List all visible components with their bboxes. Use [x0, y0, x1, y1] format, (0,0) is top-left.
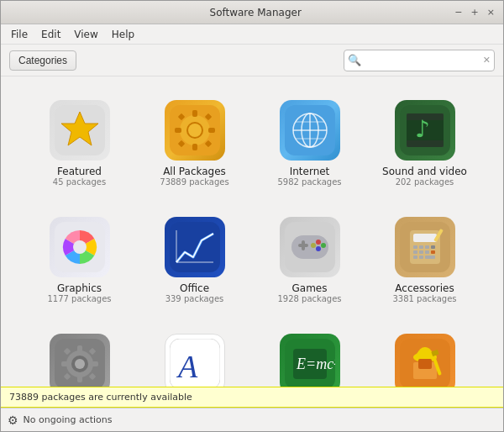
toolbar: Categories 🔍 ✕ [1, 45, 503, 76]
category-programming[interactable]: Programming 3912 packages [371, 327, 478, 387]
window-title: Software Manager [58, 7, 453, 18]
internet-icon [280, 100, 340, 161]
search-input[interactable] [364, 55, 483, 66]
status-gear-icon: ⚙ [8, 414, 18, 427]
office-icon [165, 217, 225, 277]
menu-view[interactable]: View [69, 27, 102, 42]
svg-rect-60 [92, 361, 98, 366]
svg-rect-28 [170, 222, 220, 272]
graphics-name: Graphics [57, 282, 102, 294]
svg-rect-59 [61, 361, 68, 366]
menu-bar: File Edit View Help [1, 24, 503, 45]
svg-rect-43 [419, 245, 423, 249]
svg-text:E=mc²: E=mc² [296, 356, 335, 372]
svg-rect-48 [425, 250, 429, 254]
svg-point-35 [316, 240, 321, 245]
category-fonts[interactable]: A Fonts 302 packages [141, 327, 248, 387]
svg-rect-49 [431, 250, 435, 254]
svg-text:A: A [176, 349, 198, 384]
all-packages-name: All Packages [163, 166, 226, 177]
svg-point-27 [73, 240, 87, 254]
svg-rect-51 [419, 256, 423, 259]
all-packages-icon [165, 100, 225, 161]
minimize-button[interactable]: − [453, 7, 464, 18]
content-area: Featured 45 packages [1, 76, 503, 387]
games-count: 1928 packages [277, 294, 341, 303]
svg-point-37 [316, 246, 321, 251]
menu-edit[interactable]: Edit [36, 27, 66, 42]
internet-name: Internet [290, 166, 330, 177]
main-window: Software Manager − + × File Edit View He… [0, 0, 504, 432]
svg-point-75 [418, 347, 432, 361]
svg-rect-7 [175, 128, 181, 133]
featured-count: 45 packages [53, 177, 106, 187]
category-system-tools[interactable]: System tools 2106 packages [26, 327, 133, 387]
svg-rect-44 [425, 245, 429, 249]
svg-rect-57 [77, 345, 82, 352]
maximize-button[interactable]: + [470, 7, 480, 18]
featured-name: Featured [57, 166, 102, 177]
menu-help[interactable]: Help [107, 27, 139, 42]
category-featured[interactable]: Featured 45 packages [26, 93, 133, 193]
fonts-icon: A [165, 334, 225, 387]
status-bar: ⚙ No ongoing actions [1, 408, 503, 431]
svg-rect-47 [419, 250, 423, 254]
accessories-count: 3381 packages [392, 294, 456, 303]
category-games[interactable]: Games 1928 packages [256, 210, 363, 310]
search-clear-icon[interactable]: ✕ [483, 55, 491, 66]
internet-count: 5982 packages [277, 177, 341, 187]
sound-video-count: 202 packages [396, 177, 454, 187]
actions-text: No ongoing actions [24, 414, 113, 425]
featured-icon [50, 100, 110, 161]
svg-rect-6 [192, 144, 197, 150]
packages-available-text: 73889 packages are currently available [9, 392, 192, 403]
search-box: 🔍 ✕ [344, 50, 495, 71]
svg-rect-34 [302, 240, 305, 250]
sound-video-name: Sound and video [382, 166, 467, 177]
svg-rect-45 [431, 245, 435, 249]
all-packages-count: 73889 packages [160, 177, 228, 187]
svg-point-38 [311, 243, 316, 248]
category-internet[interactable]: Internet 5982 packages [256, 93, 363, 193]
svg-rect-52 [425, 256, 435, 259]
svg-rect-46 [413, 250, 417, 254]
category-office[interactable]: Office 339 packages [141, 210, 248, 310]
programming-icon [395, 334, 455, 387]
sound-video-icon: ♪ [395, 100, 455, 161]
office-count: 339 packages [165, 294, 224, 303]
categories-button[interactable]: Categories [9, 50, 76, 71]
svg-rect-58 [77, 376, 82, 382]
packages-available-bar: 73889 packages are currently available [1, 387, 503, 408]
category-science[interactable]: E=mc² Science and Education 2400 package… [256, 327, 363, 387]
games-name: Games [292, 282, 328, 294]
menu-file[interactable]: File [6, 27, 33, 42]
svg-rect-41 [413, 234, 437, 242]
svg-rect-42 [413, 245, 417, 249]
close-button[interactable]: × [486, 7, 496, 18]
graphics-count: 1177 packages [47, 294, 111, 303]
category-sound-video[interactable]: ♪ Sound and video 202 packages [371, 93, 478, 193]
svg-rect-8 [208, 128, 215, 133]
games-icon [280, 217, 340, 277]
category-accessories[interactable]: Accessories 3381 packages [371, 210, 478, 310]
accessories-name: Accessories [395, 282, 454, 294]
category-all-packages[interactable]: All Packages 73889 packages [141, 93, 248, 193]
graphics-icon [50, 217, 110, 277]
categories-grid: Featured 45 packages [26, 93, 478, 387]
office-name: Office [180, 282, 209, 294]
science-icon: E=mc² [280, 334, 340, 387]
svg-point-36 [321, 243, 326, 248]
svg-text:♪: ♪ [415, 115, 430, 143]
svg-rect-76 [418, 359, 432, 369]
system-tools-icon [50, 334, 110, 387]
svg-rect-50 [413, 256, 417, 259]
window-controls: − + × [453, 7, 496, 18]
svg-point-13 [188, 124, 202, 137]
title-bar: Software Manager − + × [1, 1, 503, 24]
category-graphics[interactable]: Graphics 1177 packages [26, 210, 133, 310]
search-icon: 🔍 [348, 54, 361, 66]
svg-point-65 [75, 359, 85, 369]
svg-rect-5 [192, 110, 197, 117]
accessories-icon [395, 217, 455, 277]
